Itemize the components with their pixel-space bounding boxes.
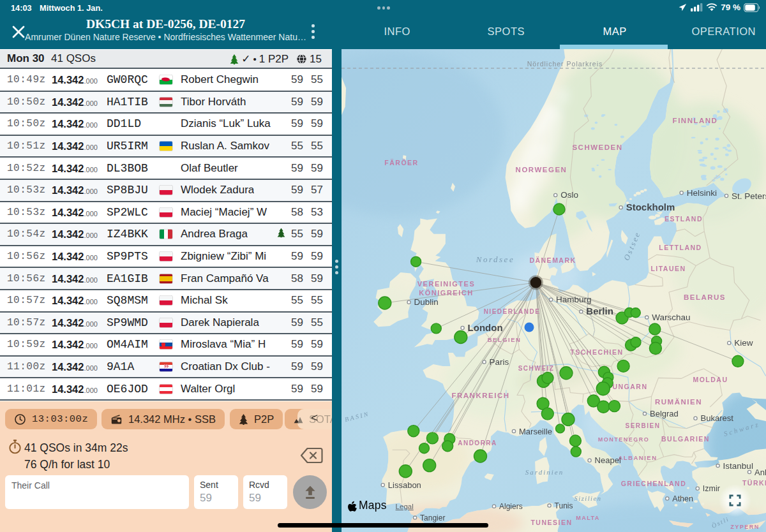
svg-text:ESTLAND: ESTLAND (665, 215, 703, 223)
svg-text:London: London (468, 322, 503, 333)
svg-text:LETTLAND: LETTLAND (659, 244, 702, 251)
svg-text:NIEDERLANDE: NIEDERLANDE (484, 308, 541, 315)
svg-text:Oslo: Oslo (560, 190, 578, 200)
svg-text:VEREINIGTES: VEREINIGTES (417, 280, 475, 288)
svg-text:Izmir: Izmir (703, 484, 720, 493)
svg-text:NORWEGEN: NORWEGEN (516, 166, 567, 174)
svg-text:Berlin: Berlin (586, 306, 613, 316)
svg-text:TÜRKEI: TÜRKEI (742, 479, 766, 487)
svg-text:Paris: Paris (490, 357, 509, 367)
svg-text:Helsinki: Helsinki (687, 188, 717, 198)
svg-text:FÄRÖER: FÄRÖER (384, 159, 418, 166)
svg-text:Nordsee: Nordsee (476, 255, 514, 264)
svg-text:Tangier: Tangier (420, 514, 445, 522)
svg-text:UNGARN: UNGARN (612, 383, 647, 390)
svg-text:Stockholm: Stockholm (626, 202, 675, 212)
svg-text:Dublin: Dublin (414, 297, 439, 307)
svg-text:Sardinien: Sardinien (525, 468, 564, 476)
svg-text:ZYPERN: ZYPERN (730, 524, 760, 530)
svg-text:Nördlicher Polarkreis: Nördlicher Polarkreis (527, 60, 603, 68)
svg-text:Athen: Athen (672, 494, 693, 503)
svg-text:MONTENEGRO: MONTENEGRO (598, 436, 650, 443)
svg-text:BULGARIEN: BULGARIEN (661, 435, 710, 443)
svg-text:TUNESIEN: TUNESIEN (530, 519, 572, 526)
svg-text:Bukarest: Bukarest (701, 413, 734, 423)
svg-text:BELARUS: BELARUS (684, 293, 726, 301)
svg-text:Sizilien: Sizilien (574, 495, 602, 502)
svg-text:TSCHECHIEN: TSCHECHIEN (570, 348, 623, 356)
svg-text:Marseille: Marseille (519, 427, 552, 436)
svg-text:GRIECHENLAND: GRIECHENLAND (621, 480, 687, 487)
svg-text:SCHWEIZ: SCHWEIZ (518, 365, 555, 372)
svg-text:BELGIEN: BELGIEN (488, 336, 522, 343)
svg-text:Tunis: Tunis (555, 501, 573, 510)
svg-text:FRANKREICH: FRANKREICH (451, 392, 509, 399)
svg-text:St. Petersb: St. Petersb (732, 191, 766, 201)
svg-text:MOLDAU: MOLDAU (693, 376, 728, 383)
svg-text:Neapel: Neapel (595, 455, 621, 465)
svg-text:Algiers: Algiers (499, 502, 523, 511)
svg-text:Warschau: Warschau (652, 313, 690, 322)
svg-text:KÖNIGREICH: KÖNIGREICH (419, 289, 473, 297)
svg-text:Kiew: Kiew (734, 338, 753, 348)
svg-text:DÄNEMARK: DÄNEMARK (529, 256, 576, 264)
svg-text:SERBIEN: SERBIEN (626, 422, 661, 429)
svg-text:RUMÄNIEN: RUMÄNIEN (655, 398, 702, 406)
svg-text:SCHWEDEN: SCHWEDEN (572, 144, 622, 151)
svg-text:Ankara: Ankara (755, 468, 766, 477)
svg-text:Lissabon: Lissabon (388, 480, 421, 490)
svg-text:Istanbul: Istanbul (723, 461, 753, 471)
svg-text:ANDORRA: ANDORRA (458, 440, 497, 447)
svg-text:MALTA: MALTA (576, 515, 600, 521)
svg-text:Hamburg: Hamburg (556, 295, 592, 304)
svg-text:Belgrad: Belgrad (650, 409, 679, 418)
svg-text:ALBANIEN: ALBANIEN (618, 454, 657, 461)
svg-text:FINNLAND: FINNLAND (673, 117, 718, 124)
svg-text:LITAUEN: LITAUEN (650, 265, 686, 272)
